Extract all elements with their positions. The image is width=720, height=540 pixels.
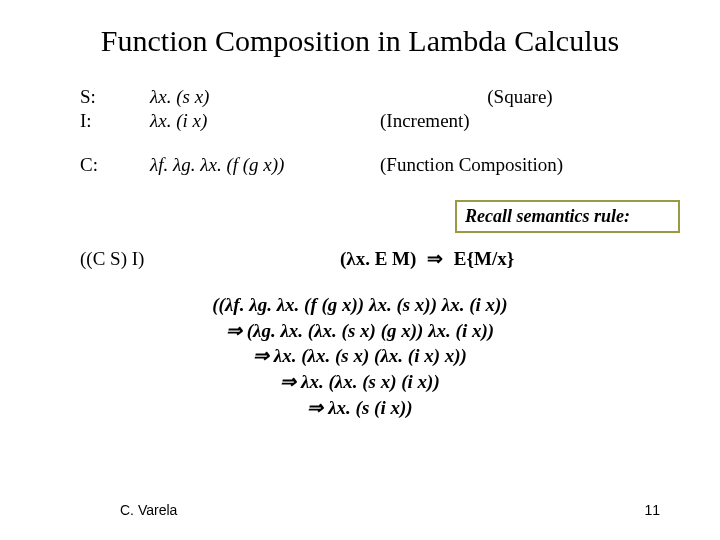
footer-author: C. Varela [120,502,177,518]
callout-box: Recall semantics rule: [455,200,680,233]
deriv-line-5: ⇒ λx. (s (i x)) [40,395,680,421]
def-row-i: I: λx. (i x) (Increment) [80,110,660,132]
def-c-desc: (Function Composition) [380,154,660,176]
footer: C. Varela 11 [0,502,720,518]
rule-lhs: ((C S) I) [80,248,340,270]
def-i-expr: λx. (i x) [150,110,380,132]
deriv-line-4: ⇒ λx. (λx. (s x) (i x)) [40,369,680,395]
slide-title: Function Composition in Lambda Calculus [40,24,680,58]
def-row-c: C: λf. λg. λx. (f (g x)) (Function Compo… [80,154,660,176]
double-arrow-icon: ⇒ [427,248,443,269]
derivation-block: ((λf. λg. λx. (f (g x)) λx. (s x)) λx. (… [40,292,680,420]
slide: Function Composition in Lambda Calculus … [0,0,720,540]
def-s-expr: λx. (s x) [150,86,380,108]
def-c-expr: λf. λg. λx. (f (g x)) [150,154,380,176]
def-s-desc: (Square) [380,86,660,108]
rule-rhs-right: E{M/x} [454,248,514,269]
def-i-desc: (Increment) [380,110,660,132]
deriv-line-1: ((λf. λg. λx. (f (g x)) λx. (s x)) λx. (… [40,292,680,318]
def-s-label: S: [80,86,150,108]
deriv-line-2: ⇒ (λg. λx. (λx. (s x) (g x)) λx. (i x)) [40,318,680,344]
def-row-s: S: λx. (s x) (Square) [80,86,660,108]
semantics-rule-row: ((C S) I) (λx. E M) ⇒ E{M/x} [80,247,680,270]
footer-page-number: 11 [644,502,660,518]
rule-rhs: (λx. E M) ⇒ E{M/x} [340,247,514,270]
deriv-line-3: ⇒ λx. (λx. (s x) (λx. (i x) x)) [40,343,680,369]
definitions-block: S: λx. (s x) (Square) I: λx. (i x) (Incr… [80,86,660,176]
rule-rhs-left: (λx. E M) [340,248,416,269]
def-i-label: I: [80,110,150,132]
spacer [80,134,660,154]
def-c-label: C: [80,154,150,176]
